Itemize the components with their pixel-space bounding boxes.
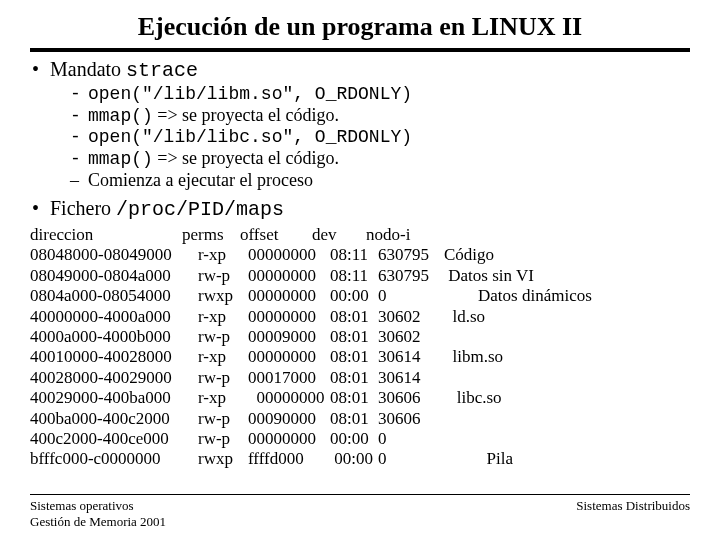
cell-desc: ld.so (438, 307, 690, 327)
cell-nodo: 30602 (378, 307, 438, 327)
cell-direccion: bfffc000-c0000000 (30, 449, 198, 469)
cell-dev: 08:11 (330, 245, 378, 265)
cell-nodo: 0 (378, 449, 438, 469)
cell-dev: 08:01 (330, 347, 378, 367)
cell-offset: 00000000 (248, 266, 330, 286)
cell-perms: rwxp (198, 286, 248, 306)
item-text: open("/lib/libm.so", O_RDONLY) (88, 84, 412, 104)
cell-dev: 08:11 (330, 266, 378, 286)
strace-list: -open("/lib/libm.so", O_RDONLY) -mmap() … (70, 84, 690, 191)
table-row: 4000a000-4000b000rw-p0000900008:0130602 (30, 327, 690, 347)
cell-perms: r-xp (198, 347, 248, 367)
cell-desc (438, 429, 690, 449)
list-item: -open("/lib/libm.so", O_RDONLY) (70, 84, 690, 104)
table-row: 40028000-40029000rw-p0001700008:0130614 (30, 368, 690, 388)
table-header: direccion perms offset dev nodo-i (30, 225, 690, 245)
title-rule (30, 48, 690, 52)
cell-offset: 00017000 (248, 368, 330, 388)
table-row: 400c2000-400ce000rw-p0000000000:000 (30, 429, 690, 449)
cell-direccion: 4000a000-4000b000 (30, 327, 198, 347)
cell-dev: 00:00 (330, 286, 378, 306)
footer-right: Sistemas Distribuidos (576, 498, 690, 531)
bullet-code-2: /proc/PID/maps (116, 198, 284, 221)
cell-nodo: 630795 (378, 245, 438, 265)
cell-desc: libm.so (438, 347, 690, 367)
bullet-mandato: • Mandato strace (32, 58, 690, 82)
cell-perms: rw-p (198, 327, 248, 347)
cell-dev: 08:01 (330, 307, 378, 327)
cell-offset: 00090000 (248, 409, 330, 429)
item-text: => se proyecta el código. (153, 148, 339, 168)
list-item: -mmap() => se proyecta el código. (70, 148, 690, 169)
cell-direccion: 0804a000-08054000 (30, 286, 198, 306)
item-code: mmap() (88, 149, 153, 169)
col-perms: perms (182, 225, 240, 245)
cell-perms: rw-p (198, 368, 248, 388)
cell-desc (438, 409, 690, 429)
cell-dev: 08:01 (330, 388, 378, 408)
cell-offset: 00000000 (248, 286, 330, 306)
cell-offset: 00000000 (248, 388, 330, 408)
col-direccion: direccion (30, 225, 182, 245)
cell-offset: ffffd000 (248, 449, 330, 469)
cell-desc: Datos sin VI (438, 266, 690, 286)
cell-dev: 08:01 (330, 368, 378, 388)
table-row: 0804a000-08054000rwxp0000000000:000 Dato… (30, 286, 690, 306)
cell-nodo: 30614 (378, 368, 438, 388)
cell-direccion: 40028000-40029000 (30, 368, 198, 388)
table-row: 08049000-0804a000rw-p0000000008:11630795… (30, 266, 690, 286)
dash-icon: - (70, 106, 88, 126)
cell-nodo: 0 (378, 286, 438, 306)
table-row: 40000000-4000a000r-xp0000000008:0130602 … (30, 307, 690, 327)
dash-icon: - (70, 127, 88, 147)
cell-desc: libc.so (438, 388, 690, 408)
footer: Sistemas operativos Gestión de Memoria 2… (30, 494, 690, 531)
cell-nodo: 630795 (378, 266, 438, 286)
cell-desc: Datos dinámicos (438, 286, 690, 306)
table-row: 08048000-08049000r-xp0000000008:11630795… (30, 245, 690, 265)
cell-perms: rw-p (198, 409, 248, 429)
bullet-lead-1: Mandato (50, 58, 126, 80)
bullet-dot: • (32, 59, 50, 79)
item-text: => se proyecta el código. (153, 105, 339, 125)
footer-left-1: Sistemas operativos (30, 498, 166, 514)
cell-offset: 00000000 (248, 245, 330, 265)
col-desc (426, 225, 690, 245)
cell-direccion: 400ba000-400c2000 (30, 409, 198, 429)
item-text: Comienza a ejecutar el proceso (88, 170, 313, 191)
table-row: 400ba000-400c2000rw-p0009000008:0130606 (30, 409, 690, 429)
cell-nodo: 30606 (378, 388, 438, 408)
table-row: 40029000-400ba000r-xp 0000000008:0130606… (30, 388, 690, 408)
cell-dev: 00:00 (330, 429, 378, 449)
footer-left-2: Gestión de Memoria 2001 (30, 514, 166, 530)
cell-offset: 00000000 (248, 429, 330, 449)
dash-icon: – (70, 170, 88, 191)
cell-offset: 00000000 (248, 307, 330, 327)
item-text: open("/lib/libc.so", O_RDONLY) (88, 127, 412, 147)
cell-direccion: 400c2000-400ce000 (30, 429, 198, 449)
cell-nodo: 30606 (378, 409, 438, 429)
cell-nodo: 0 (378, 429, 438, 449)
cell-desc (438, 327, 690, 347)
cell-perms: r-xp (198, 307, 248, 327)
col-dev: dev (312, 225, 366, 245)
list-item: -open("/lib/libc.so", O_RDONLY) (70, 127, 690, 147)
dash-icon: - (70, 84, 88, 104)
cell-direccion: 40010000-40028000 (30, 347, 198, 367)
item-code: mmap() (88, 106, 153, 126)
cell-direccion: 40029000-400ba000 (30, 388, 198, 408)
cell-perms: r-xp (198, 245, 248, 265)
dash-icon: - (70, 149, 88, 169)
cell-desc (438, 368, 690, 388)
cell-perms: rw-p (198, 266, 248, 286)
cell-dev: 00:00 (330, 449, 378, 469)
cell-offset: 00009000 (248, 327, 330, 347)
cell-nodo: 30602 (378, 327, 438, 347)
cell-nodo: 30614 (378, 347, 438, 367)
list-item: –Comienza a ejecutar el proceso (70, 170, 690, 191)
table-row: 40010000-40028000r-xp0000000008:0130614 … (30, 347, 690, 367)
maps-table: direccion perms offset dev nodo-i 080480… (30, 225, 690, 470)
table-row: bfffc000-c0000000rwxpffffd000 00:000 Pil… (30, 449, 690, 469)
bullet-code-1: strace (126, 59, 198, 82)
cell-direccion: 40000000-4000a000 (30, 307, 198, 327)
